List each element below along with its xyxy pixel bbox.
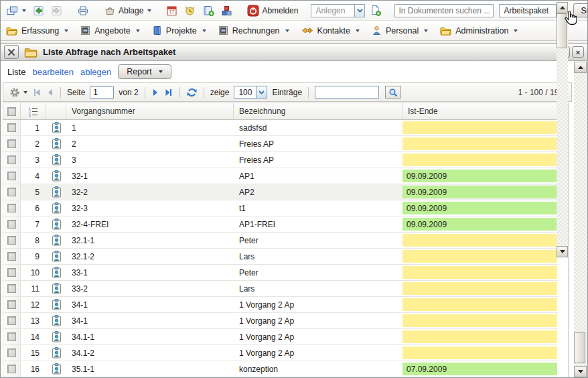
scrollbar-thumb[interactable]	[557, 13, 567, 48]
suchen-button[interactable]: Suchen	[573, 3, 588, 17]
row-checkbox[interactable]	[7, 123, 16, 132]
forward-button[interactable]	[49, 4, 64, 17]
print-button[interactable]	[75, 4, 91, 17]
table-row[interactable]: 13 34-1 1 Vorgang 2 Ap	[3, 313, 558, 329]
row-checkbox[interactable]	[7, 236, 16, 245]
book-add-button[interactable]	[200, 4, 216, 17]
menu-rechnungen[interactable]: Rechnungen	[218, 25, 289, 36]
column-header-bezeichnung[interactable]: Bezeichnung	[234, 103, 402, 119]
table-row[interactable]: 15 34.1-2 1 Vorgang 2 Ap	[3, 345, 558, 361]
row-checkbox[interactable]	[7, 155, 16, 164]
chevron-down-icon[interactable]	[354, 5, 364, 17]
column-header-vorgangsnummer[interactable]: Vorgangsnummer	[66, 103, 234, 119]
table-row[interactable]: 9 32.1-2 Lars	[3, 249, 558, 265]
table-row[interactable]: 5 32-2 AP2 09.09.2009	[3, 184, 558, 200]
table-row[interactable]: 3 3 Freies AP	[3, 152, 558, 168]
row-checkbox[interactable]	[7, 300, 16, 309]
ablage-menu-button[interactable]: Ablage	[102, 4, 153, 17]
column-header-ist-ende[interactable]: Ist-Ende	[402, 103, 568, 119]
table-row[interactable]: 14 34.1-1 1 Vorgang 2 Ap	[3, 329, 558, 345]
anlegen-select[interactable]: Anlegen ...	[311, 4, 365, 17]
table-row[interactable]: 10 33-1 Peter	[3, 265, 558, 281]
window-close-button[interactable]: ×	[572, 46, 584, 58]
scrollbar-thumb[interactable]	[574, 332, 585, 363]
row-checkbox[interactable]	[7, 349, 16, 357]
table-row[interactable]: 1 1 sadsfsd	[3, 120, 558, 136]
table-filter-input[interactable]	[315, 86, 379, 99]
table-row[interactable]: 12 34-1 1 Vorgang 2 Ap	[3, 297, 558, 313]
last-page-icon	[164, 88, 173, 97]
alarm-button[interactable]	[182, 4, 198, 17]
document-add-button[interactable]	[368, 3, 384, 17]
bearbeiten-link[interactable]: bearbeiten	[32, 67, 73, 77]
menu-angebote[interactable]: Angebote	[80, 25, 140, 36]
table-filter-search-button[interactable]	[385, 86, 401, 99]
scroll-down-button[interactable]	[574, 366, 587, 377]
row-checkbox[interactable]	[7, 252, 16, 261]
table-row[interactable]: 4 32-1 AP1 09.09.2009	[3, 168, 558, 184]
chevron-down-icon[interactable]	[256, 86, 267, 98]
settings-button[interactable]	[9, 86, 27, 99]
pagination-bar: Seite von 2 zeige 100 Einträge 1 - 100 /…	[3, 82, 572, 102]
scroll-down-button[interactable]	[557, 246, 568, 257]
ablegen-link[interactable]: ablegen	[80, 67, 111, 77]
calendar-button[interactable]: 17	[164, 4, 179, 17]
folder-icon	[24, 47, 38, 58]
book-icon	[152, 25, 162, 36]
ist-ende-cell	[402, 297, 558, 312]
blocks-button[interactable]	[219, 4, 234, 17]
scrollbar-track[interactable]	[557, 13, 568, 246]
liste-label: Liste	[7, 67, 25, 77]
back-button[interactable]	[31, 4, 46, 17]
row-number-column-header[interactable]: 123	[21, 103, 46, 119]
row-checkbox[interactable]	[7, 220, 16, 229]
menu-personal[interactable]: Personal	[372, 25, 428, 36]
table-row[interactable]: 11 33-2 Lars	[3, 281, 558, 297]
next-page-button[interactable]	[151, 88, 159, 97]
type-cell	[46, 122, 66, 133]
ist-ende-cell	[402, 265, 558, 280]
select-all-checkbox[interactable]	[7, 107, 16, 116]
page-size-select[interactable]: 100	[234, 86, 267, 99]
row-checkbox[interactable]	[7, 332, 16, 341]
scroll-up-button[interactable]	[557, 2, 568, 13]
first-page-button[interactable]	[32, 88, 42, 97]
row-checkbox[interactable]	[7, 188, 16, 196]
chevron-down-icon	[136, 29, 140, 32]
bezeichnung-cell: 1 Vorgang 2 Ap	[234, 316, 402, 326]
menu-erfassung[interactable]: Erfassung	[6, 26, 68, 36]
menu-kontakte[interactable]: Kontakte	[301, 26, 360, 36]
row-checkbox[interactable]	[7, 365, 16, 373]
last-page-button[interactable]	[164, 88, 173, 97]
row-checkbox[interactable]	[7, 139, 16, 148]
abmelden-button[interactable]: Abmelden	[245, 3, 300, 18]
row-checkbox[interactable]	[7, 172, 16, 180]
refresh-button[interactable]	[186, 87, 198, 98]
table-row[interactable]: 16 35.1-1 konzeption 07.09.2009	[3, 361, 558, 377]
view-close-button[interactable]	[4, 45, 19, 59]
anlegen-selected-value: Anlegen ...	[311, 5, 354, 17]
table-row[interactable]: 6 32-3 t1 09.09.2009	[3, 200, 558, 216]
window-cascade-button[interactable]	[5, 4, 28, 17]
menu-projekte[interactable]: Projekte	[152, 25, 206, 36]
row-checkbox[interactable]	[7, 284, 16, 293]
page-number-input[interactable]	[90, 86, 114, 99]
document-search-input[interactable]	[394, 4, 494, 17]
vorgangsnummer-cell: 35.1-1	[66, 365, 234, 374]
row-number: 6	[21, 204, 46, 213]
row-checkbox[interactable]	[7, 268, 16, 277]
row-checkbox[interactable]	[7, 204, 16, 212]
prev-page-button[interactable]	[46, 88, 54, 97]
table-row[interactable]: 2 2 Freies AP	[3, 136, 558, 152]
type-column-header[interactable]	[46, 103, 66, 119]
report-button[interactable]: Report	[118, 64, 171, 79]
workpackage-person-icon	[52, 218, 62, 230]
table-row[interactable]: 7 32-4-FREI AP1-FREI 09.09.2009	[3, 216, 558, 233]
scroll-up-button[interactable]	[574, 62, 587, 73]
menu-administration[interactable]: Administration	[440, 26, 518, 36]
scrollbar-track[interactable]	[574, 73, 587, 366]
table-row[interactable]: 8 32.1-1 Peter	[3, 233, 558, 249]
status-badge: 09.09.2009	[402, 202, 557, 214]
row-checkbox[interactable]	[7, 316, 16, 325]
bezeichnung-cell: Lars	[234, 284, 402, 294]
